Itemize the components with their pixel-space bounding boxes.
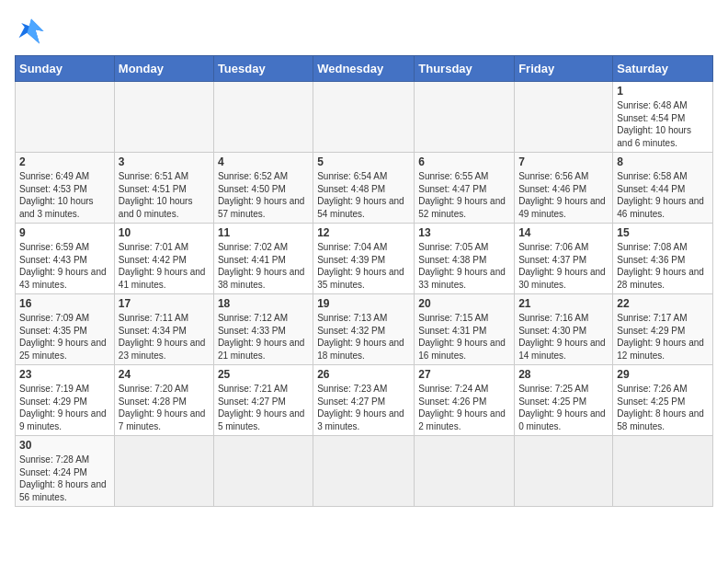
calendar-cell: 13Sunrise: 7:05 AM Sunset: 4:38 PM Dayli… <box>415 224 515 294</box>
calendar-cell <box>114 436 213 507</box>
day-number: 17 <box>119 297 210 310</box>
day-number: 30 <box>19 439 110 452</box>
calendar-cell: 9Sunrise: 6:59 AM Sunset: 4:43 PM Daylig… <box>16 224 115 294</box>
calendar-cell: 10Sunrise: 7:01 AM Sunset: 4:42 PM Dayli… <box>114 224 213 294</box>
calendar-table: SundayMondayTuesdayWednesdayThursdayFrid… <box>15 55 713 507</box>
day-info: Sunrise: 7:06 AM Sunset: 4:37 PM Dayligh… <box>518 241 609 291</box>
day-info: Sunrise: 6:59 AM Sunset: 4:43 PM Dayligh… <box>19 241 110 291</box>
calendar-cell <box>313 82 415 153</box>
page-header <box>15 15 713 48</box>
calendar-cell: 21Sunrise: 7:16 AM Sunset: 4:30 PM Dayli… <box>515 294 613 365</box>
day-number: 24 <box>119 368 210 381</box>
calendar-cell: 5Sunrise: 6:54 AM Sunset: 4:48 PM Daylig… <box>313 153 415 224</box>
calendar-cell: 29Sunrise: 7:26 AM Sunset: 4:25 PM Dayli… <box>613 365 713 436</box>
calendar-cell <box>16 82 115 153</box>
day-info: Sunrise: 7:02 AM Sunset: 4:41 PM Dayligh… <box>218 241 309 291</box>
svg-marker-1 <box>28 19 44 44</box>
day-info: Sunrise: 7:23 AM Sunset: 4:27 PM Dayligh… <box>317 383 410 432</box>
day-number: 2 <box>19 155 110 168</box>
calendar-cell: 2Sunrise: 6:49 AM Sunset: 4:53 PM Daylig… <box>16 153 115 224</box>
day-info: Sunrise: 6:49 AM Sunset: 4:53 PM Dayligh… <box>19 170 110 220</box>
calendar-cell: 19Sunrise: 7:13 AM Sunset: 4:32 PM Dayli… <box>313 294 415 365</box>
calendar-cell <box>613 436 713 507</box>
calendar-cell: 14Sunrise: 7:06 AM Sunset: 4:37 PM Dayli… <box>515 224 613 294</box>
calendar-cell: 26Sunrise: 7:23 AM Sunset: 4:27 PM Dayli… <box>313 365 415 436</box>
day-info: Sunrise: 7:28 AM Sunset: 4:24 PM Dayligh… <box>19 454 110 503</box>
logo-icon <box>15 15 48 48</box>
day-number: 21 <box>518 297 609 310</box>
calendar-cell <box>213 436 313 507</box>
calendar-header-row: SundayMondayTuesdayWednesdayThursdayFrid… <box>16 56 713 82</box>
header-tuesday: Tuesday <box>213 56 313 82</box>
day-number: 29 <box>617 368 709 381</box>
day-number: 18 <box>218 297 309 310</box>
day-info: Sunrise: 6:58 AM Sunset: 4:44 PM Dayligh… <box>617 170 709 220</box>
calendar-cell: 15Sunrise: 7:08 AM Sunset: 4:36 PM Dayli… <box>613 224 713 294</box>
calendar-cell: 27Sunrise: 7:24 AM Sunset: 4:26 PM Dayli… <box>415 365 515 436</box>
calendar-cell: 11Sunrise: 7:02 AM Sunset: 4:41 PM Dayli… <box>213 224 313 294</box>
day-number: 16 <box>19 297 110 310</box>
day-number: 20 <box>418 297 510 310</box>
calendar-cell: 8Sunrise: 6:58 AM Sunset: 4:44 PM Daylig… <box>613 153 713 224</box>
day-number: 9 <box>19 226 110 239</box>
day-info: Sunrise: 7:04 AM Sunset: 4:39 PM Dayligh… <box>317 241 410 291</box>
calendar-cell: 16Sunrise: 7:09 AM Sunset: 4:35 PM Dayli… <box>16 294 115 365</box>
day-info: Sunrise: 6:54 AM Sunset: 4:48 PM Dayligh… <box>317 170 410 220</box>
calendar-cell: 20Sunrise: 7:15 AM Sunset: 4:31 PM Dayli… <box>415 294 515 365</box>
day-number: 11 <box>218 226 309 239</box>
day-number: 1 <box>617 85 709 98</box>
calendar-cell <box>213 82 313 153</box>
calendar-cell: 3Sunrise: 6:51 AM Sunset: 4:51 PM Daylig… <box>114 153 213 224</box>
day-number: 26 <box>317 368 410 381</box>
day-info: Sunrise: 7:12 AM Sunset: 4:33 PM Dayligh… <box>218 312 309 362</box>
day-number: 6 <box>418 155 510 168</box>
day-number: 14 <box>518 226 609 239</box>
calendar-cell <box>515 82 613 153</box>
logo <box>15 15 51 48</box>
day-info: Sunrise: 7:17 AM Sunset: 4:29 PM Dayligh… <box>617 312 709 362</box>
calendar-cell: 23Sunrise: 7:19 AM Sunset: 4:29 PM Dayli… <box>16 365 115 436</box>
calendar-cell: 7Sunrise: 6:56 AM Sunset: 4:46 PM Daylig… <box>515 153 613 224</box>
day-number: 19 <box>317 297 410 310</box>
day-info: Sunrise: 7:13 AM Sunset: 4:32 PM Dayligh… <box>317 312 410 362</box>
header-friday: Friday <box>515 56 613 82</box>
day-info: Sunrise: 7:15 AM Sunset: 4:31 PM Dayligh… <box>418 312 510 362</box>
calendar-cell <box>114 82 213 153</box>
day-number: 25 <box>218 368 309 381</box>
day-info: Sunrise: 6:55 AM Sunset: 4:47 PM Dayligh… <box>418 170 510 220</box>
calendar-cell: 25Sunrise: 7:21 AM Sunset: 4:27 PM Dayli… <box>213 365 313 436</box>
calendar-cell: 18Sunrise: 7:12 AM Sunset: 4:33 PM Dayli… <box>213 294 313 365</box>
day-number: 15 <box>617 226 709 239</box>
day-number: 10 <box>119 226 210 239</box>
calendar-week-0: 1Sunrise: 6:48 AM Sunset: 4:54 PM Daylig… <box>16 82 713 153</box>
calendar-cell: 28Sunrise: 7:25 AM Sunset: 4:25 PM Dayli… <box>515 365 613 436</box>
day-info: Sunrise: 7:01 AM Sunset: 4:42 PM Dayligh… <box>119 241 210 291</box>
day-number: 4 <box>218 155 309 168</box>
header-sunday: Sunday <box>16 56 115 82</box>
day-info: Sunrise: 6:56 AM Sunset: 4:46 PM Dayligh… <box>518 170 609 220</box>
day-info: Sunrise: 7:26 AM Sunset: 4:25 PM Dayligh… <box>617 383 709 432</box>
calendar-week-1: 2Sunrise: 6:49 AM Sunset: 4:53 PM Daylig… <box>16 153 713 224</box>
calendar-cell: 22Sunrise: 7:17 AM Sunset: 4:29 PM Dayli… <box>613 294 713 365</box>
calendar-cell <box>313 436 415 507</box>
day-number: 27 <box>418 368 510 381</box>
calendar-week-5: 30Sunrise: 7:28 AM Sunset: 4:24 PM Dayli… <box>16 436 713 507</box>
calendar-cell: 12Sunrise: 7:04 AM Sunset: 4:39 PM Dayli… <box>313 224 415 294</box>
day-number: 13 <box>418 226 510 239</box>
day-info: Sunrise: 6:48 AM Sunset: 4:54 PM Dayligh… <box>617 99 709 149</box>
calendar-cell: 24Sunrise: 7:20 AM Sunset: 4:28 PM Dayli… <box>114 365 213 436</box>
day-number: 8 <box>617 155 709 168</box>
calendar-cell: 6Sunrise: 6:55 AM Sunset: 4:47 PM Daylig… <box>415 153 515 224</box>
header-monday: Monday <box>114 56 213 82</box>
header-saturday: Saturday <box>613 56 713 82</box>
header-wednesday: Wednesday <box>313 56 415 82</box>
calendar-cell <box>415 82 515 153</box>
calendar-cell: 17Sunrise: 7:11 AM Sunset: 4:34 PM Dayli… <box>114 294 213 365</box>
day-info: Sunrise: 7:16 AM Sunset: 4:30 PM Dayligh… <box>518 312 609 362</box>
header-thursday: Thursday <box>415 56 515 82</box>
day-number: 12 <box>317 226 410 239</box>
calendar-cell <box>415 436 515 507</box>
calendar-week-3: 16Sunrise: 7:09 AM Sunset: 4:35 PM Dayli… <box>16 294 713 365</box>
day-info: Sunrise: 7:21 AM Sunset: 4:27 PM Dayligh… <box>218 383 309 432</box>
day-number: 5 <box>317 155 410 168</box>
